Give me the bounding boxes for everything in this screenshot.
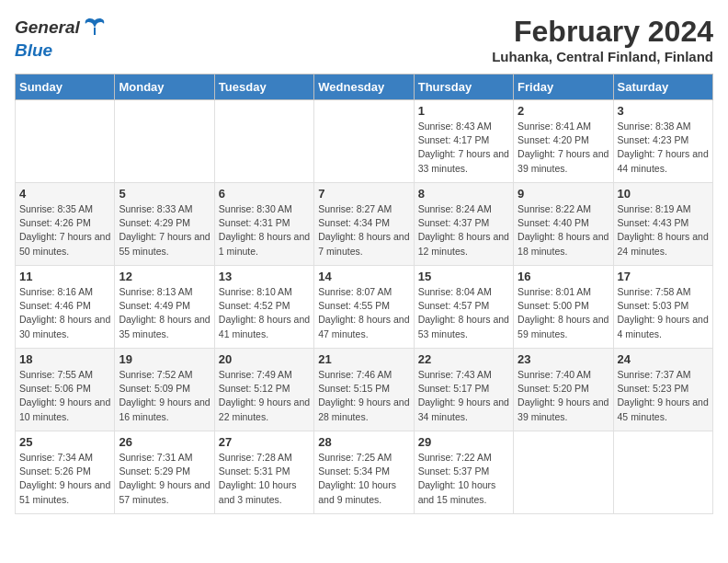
calendar-cell: 6Sunrise: 8:30 AM Sunset: 4:31 PM Daylig… [214, 183, 313, 266]
day-detail: Sunrise: 8:33 AM Sunset: 4:29 PM Dayligh… [119, 202, 210, 259]
calendar-cell: 23Sunrise: 7:40 AM Sunset: 5:20 PM Dayli… [514, 349, 613, 431]
day-number: 17 [618, 270, 709, 283]
day-number: 25 [19, 435, 110, 449]
weekday-header-thursday: Thursday [414, 75, 513, 100]
weekday-header-row: SundayMondayTuesdayWednesdayThursdayFrid… [16, 75, 713, 100]
calendar-cell: 24Sunrise: 7:37 AM Sunset: 5:23 PM Dayli… [613, 349, 712, 431]
calendar-cell: 7Sunrise: 8:27 AM Sunset: 4:34 PM Daylig… [314, 183, 414, 266]
day-number: 9 [518, 187, 609, 201]
day-number: 2 [518, 104, 609, 118]
day-number: 18 [19, 352, 110, 366]
day-number: 12 [119, 270, 210, 283]
day-number: 14 [318, 270, 409, 283]
day-detail: Sunrise: 7:58 AM Sunset: 5:03 PM Dayligh… [618, 285, 709, 341]
calendar-cell: 13Sunrise: 8:10 AM Sunset: 4:52 PM Dayli… [214, 266, 313, 349]
calendar-cell [514, 431, 613, 514]
calendar-cell: 29Sunrise: 7:22 AM Sunset: 5:37 PM Dayli… [414, 431, 513, 514]
day-detail: Sunrise: 7:43 AM Sunset: 5:17 PM Dayligh… [418, 368, 509, 424]
day-number: 11 [19, 270, 110, 283]
day-detail: Sunrise: 8:04 AM Sunset: 4:57 PM Dayligh… [418, 285, 509, 341]
day-detail: Sunrise: 7:25 AM Sunset: 5:34 PM Dayligh… [318, 451, 409, 507]
day-detail: Sunrise: 7:40 AM Sunset: 5:20 PM Dayligh… [518, 368, 609, 424]
calendar-cell: 21Sunrise: 7:46 AM Sunset: 5:15 PM Dayli… [314, 349, 414, 431]
calendar-cell: 12Sunrise: 8:13 AM Sunset: 4:49 PM Dayli… [115, 266, 214, 349]
calendar-week-row: 25Sunrise: 7:34 AM Sunset: 5:26 PM Dayli… [16, 431, 713, 514]
page-subtitle: Luhanka, Central Finland, Finland [492, 49, 713, 64]
calendar-cell: 27Sunrise: 7:28 AM Sunset: 5:31 PM Dayli… [214, 431, 313, 514]
day-number: 6 [219, 187, 310, 201]
weekday-header-tuesday: Tuesday [214, 75, 313, 100]
calendar-cell: 14Sunrise: 8:07 AM Sunset: 4:55 PM Dayli… [314, 266, 414, 349]
calendar-cell: 28Sunrise: 7:25 AM Sunset: 5:34 PM Dayli… [314, 431, 414, 514]
day-number: 28 [318, 435, 409, 449]
day-number: 20 [219, 352, 310, 366]
day-number: 23 [518, 352, 609, 366]
day-detail: Sunrise: 8:43 AM Sunset: 4:17 PM Dayligh… [418, 120, 509, 176]
day-detail: Sunrise: 8:13 AM Sunset: 4:49 PM Dayligh… [119, 285, 210, 341]
day-detail: Sunrise: 8:30 AM Sunset: 4:31 PM Dayligh… [219, 202, 310, 259]
day-detail: Sunrise: 7:31 AM Sunset: 5:29 PM Dayligh… [119, 451, 210, 507]
day-number: 4 [19, 187, 110, 201]
day-detail: Sunrise: 8:01 AM Sunset: 5:00 PM Dayligh… [518, 285, 609, 341]
day-detail: Sunrise: 8:22 AM Sunset: 4:40 PM Dayligh… [518, 202, 609, 259]
logo: General Blue [15, 15, 108, 61]
calendar-cell: 26Sunrise: 7:31 AM Sunset: 5:29 PM Dayli… [115, 431, 214, 514]
day-detail: Sunrise: 8:16 AM Sunset: 4:46 PM Dayligh… [19, 285, 110, 341]
day-detail: Sunrise: 7:37 AM Sunset: 5:23 PM Dayligh… [618, 368, 709, 424]
calendar-week-row: 1Sunrise: 8:43 AM Sunset: 4:17 PM Daylig… [16, 100, 713, 183]
calendar-cell [214, 100, 313, 183]
weekday-header-saturday: Saturday [613, 75, 712, 100]
calendar-cell [314, 100, 414, 183]
day-detail: Sunrise: 8:35 AM Sunset: 4:26 PM Dayligh… [19, 202, 110, 259]
day-detail: Sunrise: 8:24 AM Sunset: 4:37 PM Dayligh… [418, 202, 509, 259]
logo-general-text: General [15, 17, 80, 38]
calendar-body: 1Sunrise: 8:43 AM Sunset: 4:17 PM Daylig… [16, 100, 713, 514]
day-number: 7 [318, 187, 409, 201]
calendar-week-row: 18Sunrise: 7:55 AM Sunset: 5:06 PM Dayli… [16, 349, 713, 431]
calendar-cell: 25Sunrise: 7:34 AM Sunset: 5:26 PM Dayli… [16, 431, 115, 514]
title-area: February 2024 Luhanka, Central Finland, … [492, 15, 713, 64]
calendar-cell: 3Sunrise: 8:38 AM Sunset: 4:23 PM Daylig… [613, 100, 712, 183]
day-number: 29 [418, 435, 509, 449]
day-number: 19 [119, 352, 210, 366]
day-detail: Sunrise: 8:19 AM Sunset: 4:43 PM Dayligh… [618, 202, 709, 259]
weekday-header-wednesday: Wednesday [314, 75, 414, 100]
calendar-cell: 9Sunrise: 8:22 AM Sunset: 4:40 PM Daylig… [514, 183, 613, 266]
calendar-week-row: 11Sunrise: 8:16 AM Sunset: 4:46 PM Dayli… [16, 266, 713, 349]
calendar-cell [16, 100, 115, 183]
day-detail: Sunrise: 7:55 AM Sunset: 5:06 PM Dayligh… [19, 368, 110, 424]
day-number: 3 [618, 104, 709, 118]
day-detail: Sunrise: 8:41 AM Sunset: 4:20 PM Dayligh… [518, 120, 609, 176]
day-detail: Sunrise: 7:46 AM Sunset: 5:15 PM Dayligh… [318, 368, 409, 424]
day-number: 24 [618, 352, 709, 366]
day-detail: Sunrise: 7:49 AM Sunset: 5:12 PM Dayligh… [219, 368, 310, 424]
calendar-week-row: 4Sunrise: 8:35 AM Sunset: 4:26 PM Daylig… [16, 183, 713, 266]
logo-blue-text: Blue [15, 40, 52, 60]
weekday-header-monday: Monday [115, 75, 214, 100]
day-number: 21 [318, 352, 409, 366]
day-detail: Sunrise: 7:28 AM Sunset: 5:31 PM Dayligh… [219, 451, 310, 507]
calendar-cell [613, 431, 712, 514]
calendar-cell: 10Sunrise: 8:19 AM Sunset: 4:43 PM Dayli… [613, 183, 712, 266]
day-number: 26 [119, 435, 210, 449]
calendar-cell: 2Sunrise: 8:41 AM Sunset: 4:20 PM Daylig… [514, 100, 613, 183]
logo-bird-icon [82, 15, 108, 40]
day-detail: Sunrise: 8:38 AM Sunset: 4:23 PM Dayligh… [618, 120, 709, 176]
day-detail: Sunrise: 7:22 AM Sunset: 5:37 PM Dayligh… [418, 451, 509, 507]
calendar-cell: 5Sunrise: 8:33 AM Sunset: 4:29 PM Daylig… [115, 183, 214, 266]
calendar-header: SundayMondayTuesdayWednesdayThursdayFrid… [16, 75, 713, 100]
calendar-cell: 20Sunrise: 7:49 AM Sunset: 5:12 PM Dayli… [214, 349, 313, 431]
day-number: 13 [219, 270, 310, 283]
day-number: 10 [618, 187, 709, 201]
day-detail: Sunrise: 8:27 AM Sunset: 4:34 PM Dayligh… [318, 202, 409, 259]
calendar-cell: 1Sunrise: 8:43 AM Sunset: 4:17 PM Daylig… [414, 100, 513, 183]
calendar-cell: 17Sunrise: 7:58 AM Sunset: 5:03 PM Dayli… [613, 266, 712, 349]
day-number: 15 [418, 270, 509, 283]
calendar-cell: 11Sunrise: 8:16 AM Sunset: 4:46 PM Dayli… [16, 266, 115, 349]
day-number: 22 [418, 352, 509, 366]
calendar-cell: 22Sunrise: 7:43 AM Sunset: 5:17 PM Dayli… [414, 349, 513, 431]
calendar-cell: 15Sunrise: 8:04 AM Sunset: 4:57 PM Dayli… [414, 266, 513, 349]
day-number: 8 [418, 187, 509, 201]
day-number: 5 [119, 187, 210, 201]
day-detail: Sunrise: 7:52 AM Sunset: 5:09 PM Dayligh… [119, 368, 210, 424]
